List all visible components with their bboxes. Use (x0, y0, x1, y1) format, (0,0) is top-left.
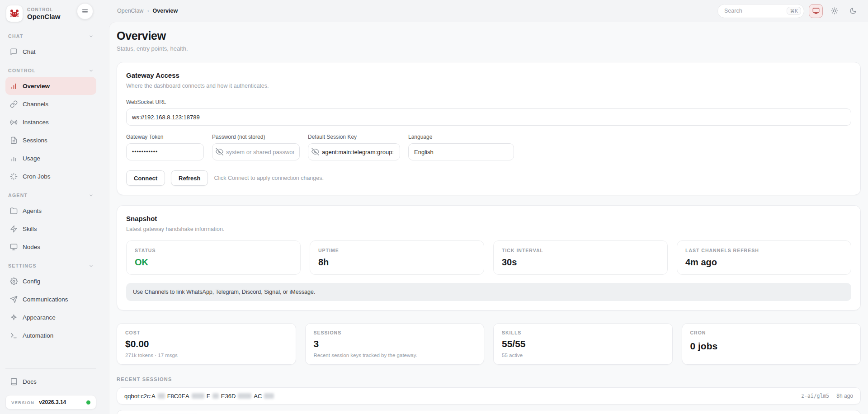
search-box[interactable]: ⌘K (717, 4, 804, 18)
sidebar-item-label: Nodes (23, 244, 40, 250)
session-key-part: F8C0EA (167, 393, 189, 400)
theme-system-button[interactable] (809, 4, 823, 18)
connect-hint: Click Connect to apply connection change… (214, 175, 324, 181)
eye-off-icon[interactable] (311, 148, 320, 156)
chevron-down-icon (89, 68, 94, 73)
session-row[interactable]: qqbot:c2c:A F8C0EA F E36D AC z-ai/glm5 8… (117, 387, 861, 405)
session-key-part: qqbot:c2c:A (124, 393, 156, 400)
topbar: OpenClaw › Overview ⌘K (102, 0, 868, 22)
session-key-label: Default Session Key (308, 134, 400, 140)
bar-chart-icon (10, 155, 18, 162)
search-input[interactable] (724, 8, 783, 14)
last-refresh-value: 4m ago (685, 257, 843, 268)
sidebar-item-agents[interactable]: Agents (5, 202, 96, 220)
sidebar-item-appearance[interactable]: Appearance (5, 308, 96, 326)
sidebar-item-label: Config (23, 278, 40, 285)
sidebar-item-label: Sessions (23, 137, 47, 144)
sidebar-item-overview[interactable]: Overview (5, 77, 96, 95)
sidebar-item-label: Automation (23, 332, 53, 339)
websocket-url-input[interactable] (126, 108, 851, 126)
loader-icon (10, 173, 18, 180)
section-label: SETTINGS (8, 263, 37, 268)
uptime-value: 8h (318, 257, 476, 268)
cron-card: CRON 0 jobs (682, 323, 861, 365)
snapshot-title: Snapshot (126, 215, 851, 222)
online-status-dot (86, 400, 90, 405)
refresh-button[interactable]: Refresh (171, 170, 208, 186)
redacted-segment (238, 393, 251, 399)
skills-value: 55/55 (502, 339, 664, 349)
tile-label: TICK INTERVAL (502, 248, 659, 253)
sidebar-item-label: Instances (23, 119, 49, 126)
version-pill: VERSION v2026.3.14 (5, 395, 96, 409)
sidebar: CONTROL OpenClaw CHAT Chat CONTROL Overv… (0, 0, 102, 414)
chat-bubble-icon (10, 48, 18, 56)
status-tile: STATUS OK (126, 240, 301, 275)
sidebar-nav: CHAT Chat CONTROL Overview Channels Inst… (5, 26, 96, 364)
websocket-url-label: WebSocket URL (126, 99, 851, 105)
sidebar-item-label: Cron Jobs (23, 173, 51, 180)
section-header-control[interactable]: CONTROL (5, 61, 96, 77)
zap-icon (10, 225, 18, 233)
session-key-part: AC (254, 393, 262, 400)
sidebar-toggle-button[interactable] (77, 3, 93, 19)
breadcrumb-root[interactable]: OpenClaw (117, 8, 143, 14)
sidebar-item-skills[interactable]: Skills (5, 220, 96, 238)
sessions-card: SESSIONS 3 Recent session keys tracked b… (305, 323, 485, 365)
sidebar-item-usage[interactable]: Usage (5, 149, 96, 167)
connect-button[interactable]: Connect (126, 170, 165, 186)
theme-light-button[interactable] (827, 4, 841, 18)
sidebar-footer: Docs VERSION v2026.3.14 (5, 368, 96, 409)
status-value: OK (135, 257, 292, 268)
sidebar-item-channels[interactable]: Channels (5, 95, 96, 113)
skills-detail: 55 active (502, 353, 664, 358)
section-header-chat[interactable]: CHAT (5, 26, 96, 42)
gateway-token-input[interactable] (126, 143, 204, 160)
sidebar-item-automation[interactable]: Automation (5, 326, 96, 344)
cost-card: COST $0.00 271k tokens · 17 msgs (117, 323, 296, 365)
gateway-token-label: Gateway Token (126, 134, 204, 140)
section-header-agent[interactable]: AGENT (5, 185, 96, 202)
session-row[interactable]: telegram:g- z-ai/glm5 3d ago (117, 410, 861, 414)
sidebar-item-communications[interactable]: Communications (5, 290, 96, 308)
language-input[interactable] (408, 143, 514, 160)
sidebar-item-label: Overview (23, 83, 50, 89)
snapshot-subtitle: Latest gateway handshake information. (126, 226, 851, 232)
version-label: VERSION (11, 400, 34, 405)
monitor-icon (812, 7, 820, 14)
sidebar-item-docs[interactable]: Docs (5, 372, 96, 390)
main-area: OpenClaw › Overview ⌘K Overview Status, … (102, 0, 868, 414)
tile-label: UPTIME (318, 248, 476, 253)
sidebar-item-instances[interactable]: Instances (5, 113, 96, 131)
version-value: v2026.3.14 (39, 399, 82, 405)
password-label: Password (not stored) (212, 134, 300, 140)
gateway-access-card: Gateway Access Where the dashboard conne… (117, 62, 861, 195)
password-input[interactable] (212, 143, 300, 160)
sidebar-item-label: Usage (23, 155, 40, 162)
theme-dark-button[interactable] (846, 4, 860, 18)
book-icon (10, 378, 18, 386)
session-age: 8h ago (836, 393, 853, 399)
monitor-icon (10, 243, 18, 251)
gear-icon (10, 278, 18, 285)
stat-label: SESSIONS (314, 330, 476, 335)
sidebar-item-label: Agents (23, 207, 42, 214)
sidebar-item-cron-jobs[interactable]: Cron Jobs (5, 167, 96, 185)
folder-icon (10, 207, 18, 215)
sidebar-item-chat[interactable]: Chat (5, 42, 96, 61)
session-key-part: F (207, 393, 210, 400)
bar-chart-icon (10, 82, 18, 90)
sidebar-item-sessions[interactable]: Sessions (5, 131, 96, 149)
link-icon (10, 100, 18, 108)
gateway-card-title: Gateway Access (126, 71, 851, 79)
recent-sessions-heading: RECENT SESSIONS (117, 376, 861, 382)
cost-value: $0.00 (125, 339, 288, 349)
sidebar-item-nodes[interactable]: Nodes (5, 238, 96, 256)
sidebar-item-config[interactable]: Config (5, 272, 96, 290)
breadcrumb-separator: › (147, 8, 149, 14)
tile-label: LAST CHANNELS REFRESH (685, 248, 843, 253)
eye-off-icon[interactable] (216, 148, 224, 156)
section-header-settings[interactable]: SETTINGS (5, 256, 96, 272)
page-title: Overview (117, 29, 861, 42)
session-key-input[interactable] (308, 143, 400, 160)
